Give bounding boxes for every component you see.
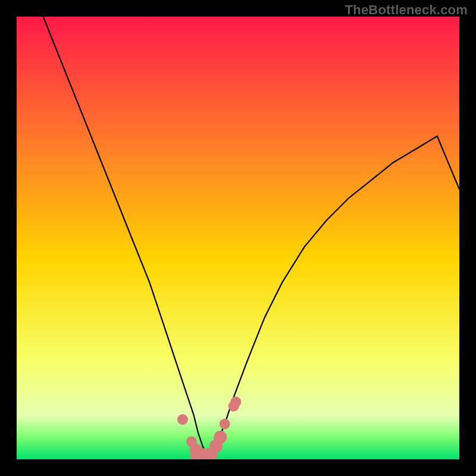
chart-frame: TheBottleneck.com — [0, 0, 476, 476]
watermark-text: TheBottleneck.com — [345, 2, 468, 18]
plot-area — [17, 17, 459, 459]
marker-dot — [214, 431, 227, 444]
gradient-background — [17, 17, 459, 459]
marker-dot — [177, 414, 188, 425]
marker-dot — [230, 396, 241, 407]
marker-dot — [220, 419, 230, 430]
chart-svg — [17, 17, 459, 459]
